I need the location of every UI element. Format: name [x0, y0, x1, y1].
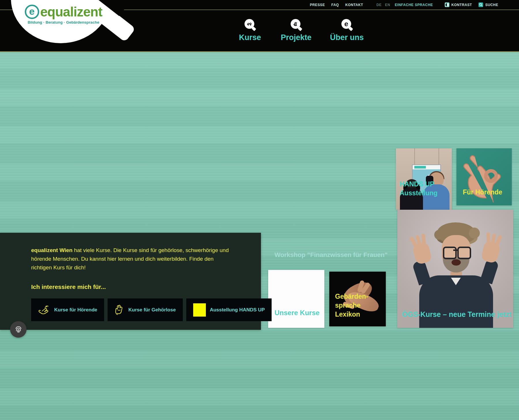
button-ausstellung-hands-up[interactable]: Ausstellung HANDS UP: [186, 298, 272, 321]
logo-brand-text: equalizent: [40, 4, 102, 20]
projekte-hand-icon: [291, 19, 302, 30]
intro-lead-text: equalizent Wien hat viele Kurse. Die Kur…: [31, 246, 233, 272]
tile-caption: ÖGS-Kurse – neue Termine jetzt online: [402, 310, 513, 319]
nav-item-kurse[interactable]: Kurse: [227, 19, 273, 42]
tile-caption: Für Hörende: [463, 188, 502, 196]
tile-oegs-kurse[interactable]: ÖGS-Kurse – neue Termine jetzt online: [397, 210, 513, 328]
fingerprint-icon: [14, 325, 23, 334]
interest-heading: Ich interessiere mich für...: [31, 283, 106, 290]
interest-button-row: Kurse für Hörende Kurse für Gehörlose Au…: [31, 298, 272, 321]
logo-inner: e equalizent Bildung · Beratung · Gebärd…: [20, 4, 107, 24]
button-label: Ausstellung HANDS UP: [210, 307, 265, 313]
hearing-hand-icon: [38, 305, 50, 315]
logo-e-mark: e: [25, 5, 39, 19]
language-de[interactable]: DE: [376, 3, 381, 7]
intro-panel: equalizent Wien hat viele Kurse. Die Kur…: [0, 233, 261, 330]
language-en[interactable]: EN: [385, 3, 390, 7]
button-kurse-fuer-hoerende[interactable]: Kurse für Hörende: [31, 298, 104, 321]
logo-tagline: Bildung · Beratung · Gebärdensprache: [20, 20, 107, 24]
utility-link-faq[interactable]: FAQ: [331, 3, 339, 7]
search-label: SUCHE: [485, 3, 498, 7]
tile-hands-up-ausstellung[interactable]: HANDS UP Ausstellung: [396, 148, 452, 210]
yellow-square-icon: [193, 303, 206, 317]
button-kurse-fuer-gehoerlose[interactable]: Kurse für Gehörlose: [108, 298, 183, 321]
search-icon: [478, 2, 483, 7]
workshop-link[interactable]: Workshop "Finanzwissen für Frauen": [274, 251, 388, 259]
tile-caption: Gebärden- sprache Lexikon: [335, 292, 386, 319]
nav-item-ueber-uns[interactable]: e Über uns: [324, 19, 370, 42]
sign-hand-icon: [114, 304, 124, 316]
kurse-hands-icon: [245, 19, 255, 30]
search-button[interactable]: SUCHE: [478, 2, 498, 7]
button-label: Kurse für Hörende: [54, 307, 97, 313]
contrast-label: KONTRAST: [452, 3, 472, 7]
contrast-button[interactable]: KONTRAST: [445, 2, 472, 7]
utility-bar: PRESSE FAQ KONTAKT DE EN EINFACHE SPRACH…: [304, 0, 498, 10]
tile-fuer-hoerende[interactable]: Für Hörende: [456, 148, 512, 205]
button-label: Kurse für Gehörlose: [128, 307, 176, 313]
utility-link-presse[interactable]: PRESSE: [310, 3, 325, 7]
utility-link-kontakt[interactable]: KONTAKT: [345, 3, 363, 7]
easy-language-link[interactable]: EINFACHE SPRACHE: [395, 3, 433, 7]
nav-label-projekte: Projekte: [273, 33, 319, 42]
nav-label-kurse: Kurse: [227, 33, 273, 42]
nav-item-projekte[interactable]: Projekte: [273, 19, 319, 42]
tile-caption: HANDS UP Ausstellung: [400, 180, 438, 198]
accessibility-fingerprint-button[interactable]: [10, 321, 27, 338]
contrast-icon: [445, 2, 450, 7]
site-header: PRESSE FAQ KONTAKT DE EN EINFACHE SPRACH…: [0, 0, 519, 52]
tile-unsere-kurse[interactable]: Unsere Kurse: [268, 270, 324, 328]
logo[interactable]: e equalizent Bildung · Beratung · Gebärd…: [11, 0, 129, 48]
tile-gebaerdensprache-lexikon[interactable]: Gebärden- sprache Lexikon: [329, 272, 386, 326]
tile-caption: Unsere Kurse: [274, 309, 319, 317]
ueber-uns-e-icon: e: [341, 19, 352, 30]
intro-lead-bold: equalizent Wien: [31, 247, 72, 253]
nav-label-ueber-uns: Über uns: [324, 33, 370, 42]
